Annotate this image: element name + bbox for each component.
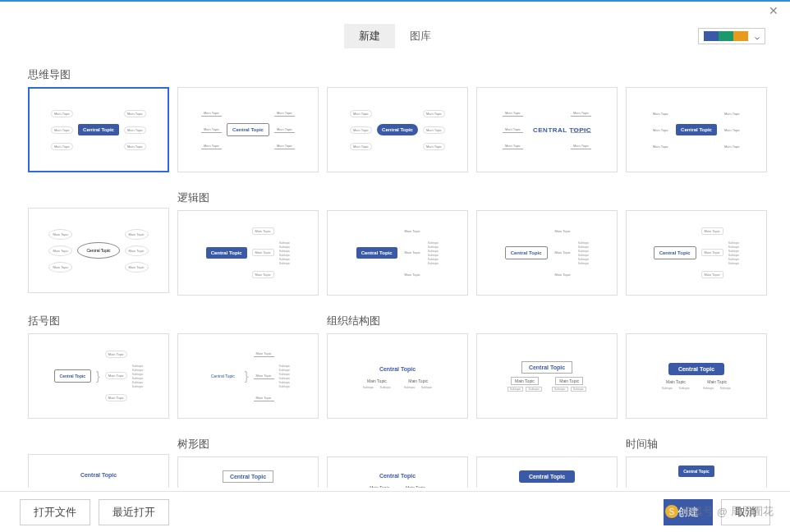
node-main: Main Topic: [124, 143, 146, 150]
tab-gallery[interactable]: 图库: [395, 24, 446, 48]
node-central: Central Topic: [678, 466, 714, 477]
template-mindmap-6[interactable]: Main TopicMain TopicMain Topic Central T…: [28, 208, 169, 293]
color-swatch-green: [719, 31, 733, 41]
node-main: Main Topic: [553, 272, 573, 277]
template-org-3[interactable]: Central Topic Main TopicSubtopicSubtopic…: [626, 333, 767, 419]
node-main: Main Topic: [252, 249, 274, 256]
titlebar: ✕: [0, 0, 790, 20]
node-main: Main Topic: [274, 110, 295, 117]
node-main: Main Topic: [350, 143, 372, 150]
node-main: Main Topic: [402, 272, 423, 277]
template-mindmap-3[interactable]: Main TopicMain TopicMain Topic Central T…: [327, 87, 468, 172]
node-main: Main Topic: [51, 126, 73, 134]
node-main: Main Topic: [701, 227, 723, 235]
template-bracket-1[interactable]: Central Topic } Main TopicMain TopicMain…: [28, 333, 169, 419]
tab-new[interactable]: 新建: [344, 24, 395, 48]
node-main: Main Topic: [252, 227, 274, 235]
color-theme-picker[interactable]: ⌵: [698, 28, 765, 44]
node-main: Main Topic: [650, 111, 671, 117]
node-main: Main Topic: [48, 262, 72, 273]
node-main: Main Topic: [423, 126, 445, 134]
node-main: Main Topic: [125, 262, 149, 273]
node-main: Main Topic: [423, 110, 445, 117]
node-central: CENTRAL TOPIC: [528, 123, 566, 137]
node-central: Central Topic: [377, 124, 418, 135]
node-main: Main Topic: [650, 127, 671, 133]
template-logic-4[interactable]: Central Topic Main TopicMain TopicMain T…: [626, 210, 767, 296]
node-main: Main Topic: [51, 143, 73, 150]
node-main: Main Topic: [553, 250, 573, 255]
color-swatch-blue: [704, 31, 719, 41]
section-mindmap-grid: Main TopicMain TopicMain Topic Central T…: [28, 87, 762, 172]
header: 新建 图库 ⌵: [0, 20, 790, 53]
node-central: Central Topic: [373, 364, 422, 374]
node-main: Main Topic: [503, 143, 523, 149]
template-tree-0[interactable]: Central Topic: [28, 454, 169, 488]
node-main: Main Topic: [350, 110, 372, 117]
node-central: Central Topic: [78, 124, 119, 135]
template-logic-3[interactable]: Central Topic Main TopicMain TopicMain T…: [476, 210, 618, 296]
node-central: Central Topic: [223, 470, 273, 483]
node-main: Main Topic: [201, 110, 222, 117]
section-mindmap-label: 思维导图: [28, 67, 762, 82]
template-org-1[interactable]: Central Topic Main TopicSubtopicSubtopic…: [327, 333, 468, 419]
tab-bar: 新建 图库: [344, 24, 446, 48]
node-main: Main Topic: [402, 228, 423, 234]
node-main: Main Topic: [254, 351, 274, 357]
node-main: Main Topic: [274, 126, 295, 133]
node-main: Main Topic: [701, 271, 723, 278]
node-main: Main Topic: [722, 144, 742, 149]
template-logic-1[interactable]: Central Topic Main TopicMain TopicMain T…: [177, 210, 319, 296]
node-main: Main Topic: [350, 126, 372, 134]
node-main: Main Topic: [274, 143, 295, 149]
node-central: Central Topic: [356, 247, 397, 259]
template-tree-3[interactable]: Central Topic Main TopicMain Topic: [476, 456, 618, 488]
node-main: Main Topic: [423, 143, 445, 150]
create-button[interactable]: 创建: [664, 499, 713, 525]
node-main: Main Topic: [650, 144, 671, 149]
chevron-down-icon: ⌵: [755, 32, 760, 41]
node-main: Main Topic: [48, 229, 72, 240]
node-main: Main Topic: [124, 110, 146, 117]
template-mindmap-4[interactable]: Main TopicMain TopicMain Topic CENTRAL T…: [476, 87, 618, 172]
node-central: Central Topic: [521, 361, 572, 374]
node-main: Main Topic: [553, 228, 573, 234]
node-main: Main Topic: [402, 250, 423, 255]
template-mindmap-2[interactable]: Main TopicMain TopicMain Topic Central T…: [177, 87, 319, 172]
node-main: Main Topic: [571, 143, 591, 149]
template-org-2[interactable]: Central Topic Main TopicSubtopicSubtopic…: [476, 333, 618, 419]
template-bracket-2[interactable]: Central Topic } Main TopicMain TopicMain…: [177, 333, 319, 419]
color-swatch-orange: [733, 31, 748, 41]
section-tree-label: 树形图: [177, 437, 618, 452]
node-main: Main Topic: [722, 127, 742, 133]
node-central: Central Topic: [668, 363, 724, 375]
node-central: Central Topic: [77, 242, 119, 259]
close-button[interactable]: ✕: [757, 2, 790, 20]
node-main: Main Topic: [48, 245, 72, 256]
section-org-label: 组织结构图: [327, 314, 767, 328]
template-tree-2[interactable]: Central Topic Main TopicMain Topic: [327, 456, 468, 488]
node-main: Main Topic: [105, 351, 127, 358]
section-tree-label-blank: [28, 437, 169, 449]
node-central: Central Topic: [654, 246, 696, 259]
open-file-button[interactable]: 打开文件: [20, 499, 90, 525]
node-main: Main Topic: [105, 372, 127, 379]
footer: 打开文件 最近打开 创建 取消: [0, 491, 790, 532]
node-main: Main Topic: [201, 126, 222, 133]
node-main: Main Topic: [254, 395, 274, 401]
node-central: Central Topic: [206, 247, 247, 259]
node-main: Main Topic: [571, 126, 591, 133]
cancel-button[interactable]: 取消: [721, 499, 770, 525]
template-tree-1[interactable]: Central Topic Main TopicMain Topic: [177, 456, 319, 488]
node-main: Main Topic: [125, 229, 149, 240]
section-bracket-label: 括号图: [28, 314, 319, 328]
recent-button[interactable]: 最近打开: [99, 499, 169, 525]
node-central: Central Topic: [227, 123, 269, 136]
node-central: Central Topic: [505, 246, 548, 259]
template-logic-2[interactable]: Central Topic Main TopicMain TopicMain T…: [327, 210, 468, 296]
node-main: Main Topic: [124, 126, 146, 134]
template-timeline-1[interactable]: Central Topic: [626, 456, 767, 488]
template-mindmap-1[interactable]: Main TopicMain TopicMain Topic Central T…: [28, 87, 169, 172]
template-mindmap-5[interactable]: Main TopicMain TopicMain Topic Central T…: [626, 87, 767, 172]
node-central: Central Topic: [74, 470, 123, 480]
